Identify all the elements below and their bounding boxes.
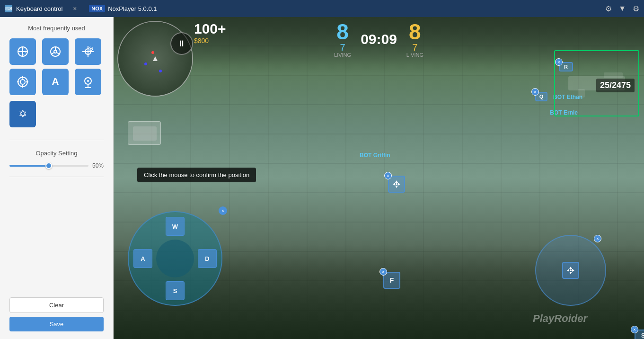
chat-box[interactable]: [128, 121, 161, 145]
window-title-area: ⌨ Keyboard control ×: [5, 4, 79, 13]
section-title: Most frequently used: [9, 25, 104, 32]
dpad-left-label: A: [141, 255, 145, 262]
slider-row: 50%: [9, 162, 104, 169]
dpad-down-label: S: [173, 287, 177, 294]
team-right-living-label: LIVING: [406, 52, 423, 58]
aim-button[interactable]: [9, 69, 36, 95]
dpad-inner: [156, 240, 194, 277]
team-left-living-label: LIVING: [334, 52, 351, 58]
save-button[interactable]: Save: [9, 317, 104, 331]
main-layout: Most frequently used: [0, 17, 644, 339]
f-key-close[interactable]: ×: [379, 268, 387, 276]
team-left-living: 7: [340, 43, 345, 52]
ammo-value: 25/2475: [600, 80, 631, 90]
dpad-left[interactable]: A: [133, 249, 152, 268]
shift-close[interactable]: ×: [631, 326, 638, 333]
dropdown-icon[interactable]: ▼: [618, 4, 626, 13]
svg-marker-4: [22, 54, 24, 56]
opacity-title: Opacity Setting: [9, 150, 104, 157]
svg-marker-36: [572, 269, 574, 272]
nox-title: NoxPlayer 5.0.0.1: [108, 5, 157, 12]
svg-marker-3: [22, 47, 24, 49]
settings-icon-1[interactable]: ⚙: [605, 4, 612, 13]
game-timer: 09:09: [361, 31, 397, 47]
look-inner-overlay[interactable]: [562, 262, 579, 279]
icon-grid: A: [9, 38, 104, 95]
svg-point-37: [570, 269, 572, 271]
minimap-arrow: [153, 56, 158, 61]
shift-label: Shift: [641, 332, 644, 339]
gun-scope: [604, 72, 623, 78]
svg-marker-28: [395, 180, 398, 183]
svg-point-19: [20, 80, 25, 84]
svg-marker-33: [569, 267, 572, 269]
q-key-label: Q: [539, 94, 544, 99]
svg-marker-6: [25, 51, 27, 53]
ammo-display: 25/2475: [596, 79, 635, 92]
money-display: $800: [194, 37, 226, 45]
look-overlay[interactable]: [535, 235, 606, 306]
svg-marker-29: [395, 186, 398, 188]
svg-point-25: [87, 80, 89, 82]
dpad-circle: W A D S: [128, 211, 222, 306]
crosshair-plus-button[interactable]: [75, 38, 101, 65]
chat-icon: [133, 126, 157, 141]
score-value: 100+: [194, 21, 226, 36]
dpad-down[interactable]: S: [166, 281, 185, 300]
score-main: 100+: [194, 21, 226, 37]
minimap-dot-blue2: [159, 70, 162, 72]
bot-griffin-name: BOT Griffin: [360, 152, 390, 159]
pause-button[interactable]: ⏸: [170, 32, 193, 55]
nox-icon: NOX: [89, 5, 105, 12]
dpad-up[interactable]: W: [166, 217, 185, 236]
close-button[interactable]: ×: [70, 4, 79, 13]
opacity-value: 50%: [92, 162, 104, 169]
keyboard-a-button[interactable]: A: [42, 69, 69, 95]
gun-magazine: [578, 89, 585, 98]
window-title: Keyboard control: [16, 5, 62, 12]
game-background: 100+ $800 8 7 LIVING 09:09 8 7 LIVING: [114, 17, 644, 339]
q-key-close[interactable]: ×: [531, 88, 539, 96]
team-right: 8 7 LIVING: [406, 21, 423, 58]
look-overlay-close[interactable]: ×: [594, 235, 601, 242]
steering-button[interactable]: [42, 38, 69, 65]
position-tooltip: Click the mouse to confirm the position: [137, 168, 256, 182]
hud-center: 8 7 LIVING 09:09 8 7 LIVING: [334, 21, 423, 58]
divider-1: [9, 140, 104, 140]
f-key-label: F: [390, 277, 394, 284]
dpad-right[interactable]: D: [198, 249, 217, 268]
star-of-david-button[interactable]: ✡: [9, 101, 36, 127]
svg-marker-34: [569, 272, 572, 274]
svg-point-8: [54, 50, 57, 53]
svg-marker-35: [567, 269, 569, 272]
top-bar: ⌨ Keyboard control × NOX NoxPlayer 5.0.0…: [0, 0, 644, 17]
settings-icon-2[interactable]: ⚙: [633, 4, 639, 13]
watermark-text: PlayRoider: [533, 312, 587, 324]
opacity-slider[interactable]: [9, 165, 88, 167]
dpad-up-label: W: [172, 223, 178, 230]
joystick-button[interactable]: [9, 38, 36, 65]
look-overlay-container: ×: [535, 235, 606, 306]
clear-button[interactable]: Clear: [9, 297, 104, 313]
tooltip-text: Click the mouse to confirm the position: [144, 171, 249, 178]
top-bar-actions: ⚙ ▼ ⚙: [605, 4, 639, 13]
r-key-close[interactable]: ×: [555, 58, 563, 66]
move-overlay-close[interactable]: ×: [384, 172, 392, 179]
minimap-dot-blue: [144, 62, 147, 65]
team-right-living: 7: [412, 43, 417, 52]
team-left-score: 8: [336, 21, 349, 43]
opacity-section: Opacity Setting 50%: [9, 150, 104, 169]
look-icon: [566, 266, 575, 275]
bottom-buttons: Clear Save: [9, 297, 104, 331]
watermark: PlayRoider: [533, 312, 587, 325]
dpad-close[interactable]: ×: [219, 206, 227, 215]
divider-2: [9, 177, 104, 177]
minimap-dot-red: [151, 51, 154, 54]
svg-marker-31: [398, 183, 400, 186]
r-key-label: R: [564, 64, 568, 70]
move-icon: [392, 179, 401, 189]
team-right-score: 8: [409, 21, 421, 43]
team-left: 8 7 LIVING: [334, 21, 351, 58]
gps-button[interactable]: [75, 69, 101, 95]
svg-marker-30: [393, 183, 395, 186]
